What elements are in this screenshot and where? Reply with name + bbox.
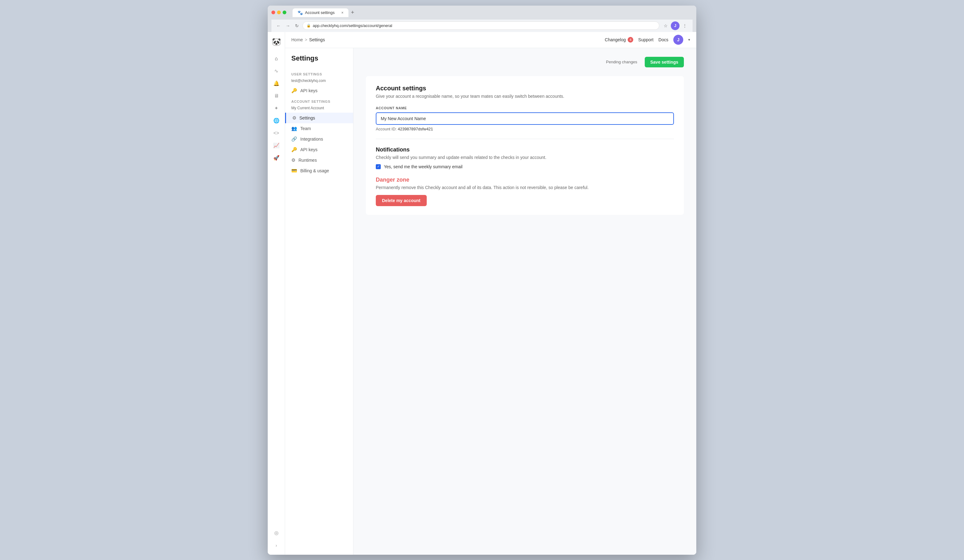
main-area: Home > Settings Changelog 4 Support Docs…: [285, 32, 696, 555]
active-tab[interactable]: 🐾 Account settings ×: [293, 8, 348, 17]
runtimes-icon: ⚙: [291, 157, 295, 163]
settings-header-row: Pending changes Save settings: [366, 57, 684, 67]
user-settings-section-label: USER SETTINGS: [285, 68, 353, 78]
address-bar[interactable]: 🔒 app.checklyhq.com/settings/account/gen…: [303, 21, 659, 30]
content-area: Settings USER SETTINGS test@checklyhq.co…: [285, 48, 696, 555]
sidebar-nav-runtimes[interactable]: ⚙ Runtimes: [285, 155, 353, 166]
pending-changes-label: Pending changes: [606, 60, 637, 64]
sidebar-item-globe[interactable]: 🌐: [271, 115, 282, 127]
sidebar-item-home[interactable]: ⌂: [271, 53, 282, 64]
user-avatar[interactable]: J: [673, 35, 683, 45]
account-settings-card: Account settings Give your account a rec…: [366, 76, 684, 215]
billing-icon: 💳: [291, 168, 297, 174]
browser-user-avatar[interactable]: J: [671, 21, 679, 30]
weekly-email-row: ✓ Yes, send me the weekly summary email: [376, 164, 674, 169]
delete-account-button[interactable]: Delete my account: [376, 195, 427, 206]
sidebar-item-rocket[interactable]: 🚀: [271, 153, 282, 164]
settings-sidebar: Settings USER SETTINGS test@checklyhq.co…: [285, 48, 353, 555]
toolbar-actions: ☆ J ⋮: [662, 21, 689, 30]
browser-toolbar: ← → ↻ 🔒 app.checklyhq.com/settings/accou…: [272, 19, 692, 32]
account-id-text: Account ID: 423987897dsfw421: [376, 127, 674, 131]
user-email: test@checklyhq.com: [285, 78, 353, 85]
account-name-label: My Current Account: [285, 105, 353, 113]
bookmark-button[interactable]: ☆: [662, 22, 669, 29]
sidebar-nav-team[interactable]: 👥 Team: [285, 123, 353, 134]
settings-main-content: Pending changes Save settings Account se…: [353, 48, 696, 555]
lock-icon: 🔒: [306, 24, 311, 28]
new-tab-button[interactable]: +: [348, 8, 357, 17]
key-icon: 🔑: [291, 88, 297, 93]
save-settings-button[interactable]: Save settings: [645, 57, 684, 67]
tab-favicon: 🐾: [298, 10, 303, 15]
top-navigation: Home > Settings Changelog 4 Support Docs…: [285, 32, 696, 48]
menu-button[interactable]: ⋮: [681, 22, 689, 29]
weekly-email-checkbox[interactable]: ✓: [376, 164, 381, 169]
billing-nav-label: Billing & usage: [300, 168, 329, 173]
sidebar-nav-billing[interactable]: 💳 Billing & usage: [285, 166, 353, 176]
divider-1: [376, 139, 674, 139]
notifications-title: Notifications: [376, 146, 674, 153]
traffic-lights: [272, 11, 287, 14]
danger-zone-title: Danger zone: [376, 177, 674, 183]
sidebar-item-status[interactable]: ◎: [271, 528, 282, 539]
breadcrumb-separator: >: [305, 37, 307, 42]
team-icon: 👥: [291, 126, 297, 131]
account-settings-section-label: ACCOUNT SETTINGS: [285, 96, 353, 105]
account-settings-title: Account settings: [376, 85, 674, 92]
account-settings-description: Give your account a recognisable name, s…: [376, 94, 674, 99]
settings-page-title: Settings: [285, 54, 353, 68]
sidebar-item-bell[interactable]: 🔔: [271, 78, 282, 89]
account-name-field-label: ACCOUNT NAME: [376, 106, 674, 110]
sidebar-nav-integrations[interactable]: 🔗 Integrations: [285, 134, 353, 144]
notifications-description: Checkly will send you summary and update…: [376, 155, 674, 160]
breadcrumb: Home > Settings: [291, 37, 325, 42]
changelog-button[interactable]: Changelog 4: [605, 37, 633, 42]
team-nav-label: Team: [300, 126, 311, 131]
weekly-email-label: Yes, send me the weekly summary email: [384, 164, 462, 169]
api-keys-nav-label: API keys: [300, 147, 318, 152]
api-key-icon: 🔑: [291, 147, 297, 153]
sidebar-item-chart[interactable]: 📈: [271, 140, 282, 151]
support-link[interactable]: Support: [638, 37, 653, 42]
fullscreen-traffic-light[interactable]: [283, 11, 287, 14]
app-logo[interactable]: 🐼: [270, 36, 283, 48]
top-nav-right: Changelog 4 Support Docs J ▾: [605, 35, 690, 45]
close-traffic-light[interactable]: [272, 11, 275, 14]
sidebar-expand-button[interactable]: ›: [271, 540, 282, 551]
changelog-badge: 4: [628, 37, 633, 42]
danger-zone-description: Permanently remove this Checkly account …: [376, 185, 674, 190]
sidebar-item-monitor[interactable]: 🖥: [271, 90, 282, 102]
runtimes-nav-label: Runtimes: [298, 158, 317, 163]
tabs-bar: 🐾 Account settings × +: [293, 8, 357, 17]
settings-nav-label: Settings: [300, 115, 315, 120]
account-name-input[interactable]: [376, 112, 674, 125]
minimize-traffic-light[interactable]: [277, 11, 281, 14]
sidebar-nav-api-keys[interactable]: 🔑 API keys: [285, 144, 353, 155]
sidebar-item-code[interactable]: <>: [271, 128, 282, 139]
forward-button[interactable]: →: [285, 22, 291, 29]
back-button[interactable]: ←: [275, 22, 282, 29]
tab-title: Account settings: [305, 10, 334, 15]
account-id-value: 423987897dsfw421: [398, 127, 433, 131]
url-text: app.checklyhq.com/settings/account/gener…: [313, 23, 392, 28]
sidebar-item-activity[interactable]: ∿: [271, 65, 282, 77]
icon-sidebar: 🐼 ⌂ ∿ 🔔 🖥 ✦ 🌐 <> 📈 🚀 ◎ ›: [268, 32, 285, 555]
user-menu-dropdown-icon[interactable]: ▾: [688, 37, 690, 42]
tab-close-button[interactable]: ×: [341, 11, 344, 15]
integrations-icon: 🔗: [291, 136, 297, 142]
sidebar-item-target[interactable]: ✦: [271, 103, 282, 114]
breadcrumb-current: Settings: [309, 37, 325, 42]
api-keys-user-label: API keys: [300, 88, 318, 93]
refresh-button[interactable]: ↻: [294, 22, 300, 29]
integrations-nav-label: Integrations: [300, 136, 323, 141]
sidebar-nav-settings[interactable]: ⚙ Settings: [285, 113, 353, 123]
breadcrumb-home[interactable]: Home: [291, 37, 303, 42]
sidebar-nav-api-keys-user[interactable]: 🔑 API keys: [285, 85, 353, 96]
settings-gear-icon: ⚙: [292, 115, 296, 121]
docs-link[interactable]: Docs: [658, 37, 668, 42]
changelog-label: Changelog: [605, 37, 626, 42]
